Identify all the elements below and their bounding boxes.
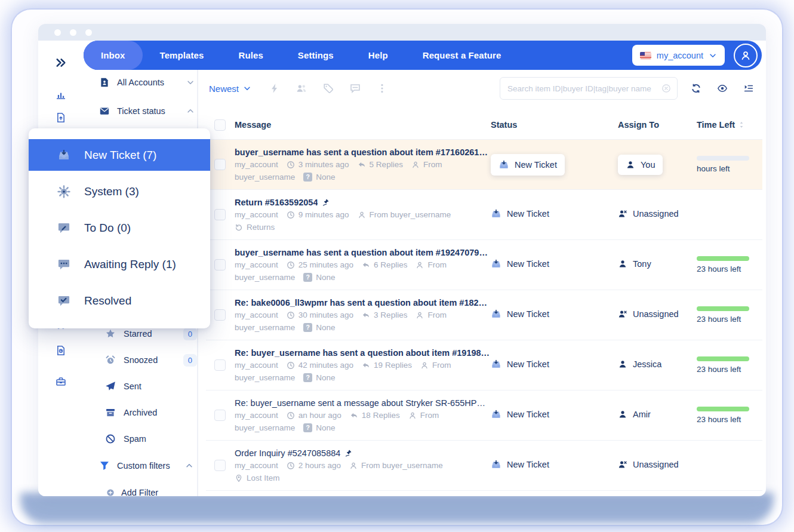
row-checkbox[interactable]	[214, 410, 226, 421]
row-checkbox[interactable]	[214, 309, 226, 321]
folder-label: Spam	[124, 434, 146, 444]
meta-text: buyer_username	[235, 271, 295, 284]
meta-line-1: my_account2 hours agoFrom buyer_username	[235, 459, 491, 472]
search-input[interactable]	[506, 84, 658, 94]
pin-icon	[235, 474, 243, 482]
assignee-button[interactable]: Jessica	[618, 359, 661, 369]
meta-text: None	[316, 171, 335, 183]
window-dot[interactable]	[54, 29, 61, 36]
tab-rules[interactable]: Rules	[221, 41, 280, 70]
ticket-row[interactable]: buyer_username has sent a question about…	[206, 139, 762, 189]
time-left-cell: 23 hours left	[697, 256, 762, 273]
assignee-button[interactable]: Amir	[618, 410, 651, 419]
account-selector[interactable]: my_account	[632, 45, 725, 66]
kebab-icon[interactable]	[377, 83, 387, 94]
tab-request-a-feature[interactable]: Request a Feature	[405, 41, 519, 70]
meta-segment: 25 minutes ago	[287, 259, 353, 271]
assignee-button[interactable]: Unassigned	[618, 209, 679, 219]
people-icon[interactable]	[296, 83, 307, 94]
indent-icon[interactable]	[743, 83, 754, 94]
tab-help[interactable]: Help	[351, 41, 405, 70]
avatar[interactable]	[734, 44, 758, 67]
status-menu-item-to-do-0[interactable]: To Do (0)	[29, 212, 210, 244]
status-menu-item-new-ticket-7[interactable]: New Ticket (7)	[29, 139, 210, 171]
status-button[interactable]: New Ticket	[491, 409, 549, 420]
ticket-row[interactable]: buyer_username has sent a question about…	[206, 239, 762, 290]
clear-search-icon[interactable]	[661, 84, 671, 93]
tag-icon[interactable]	[323, 83, 334, 94]
select-all-checkbox[interactable]	[214, 119, 226, 131]
status-button[interactable]: New Ticket	[491, 359, 549, 370]
tab-settings[interactable]: Settings	[281, 41, 351, 70]
window-dot[interactable]	[85, 29, 92, 36]
status-menu-item-awaiting-reply-1[interactable]: Awaiting Reply (1)	[29, 248, 210, 280]
sort-dropdown[interactable]: Newest	[209, 84, 251, 94]
sidebar-item-sent[interactable]: Sent	[84, 373, 197, 399]
bar-chart-icon[interactable]	[56, 90, 66, 100]
table-tail	[206, 490, 762, 496]
add-filter-button[interactable]: Add Filter	[84, 479, 197, 496]
ticket-row[interactable]: Re: bake0006_ll3wpmr has sent a question…	[206, 290, 762, 340]
sidebar-item-snoozed[interactable]: Snoozed0	[84, 347, 197, 373]
assign-cell: You	[618, 155, 697, 175]
row-checkbox[interactable]	[214, 259, 226, 270]
ticket-row[interactable]: Re: buyer_username sent a message about …	[206, 390, 762, 440]
toolbox-icon[interactable]	[56, 376, 66, 387]
ticket-title-text: Re: bake0006_ll3wpmr has sent a question…	[235, 297, 491, 309]
question-badge-icon: ?	[303, 373, 312, 382]
ticket-row[interactable]: Order Inquiry #5247085884my_account2 hou…	[206, 440, 762, 490]
tab-templates[interactable]: Templates	[143, 41, 221, 70]
meta-line-2: buyer_username?None	[235, 371, 491, 384]
status-button[interactable]: New Ticket	[491, 154, 565, 176]
tab-inbox[interactable]: Inbox	[84, 41, 143, 70]
sidebar-item-all-accounts[interactable]: All Accounts	[84, 77, 195, 88]
bubble-check-icon	[57, 294, 70, 307]
status-button[interactable]: New Ticket	[491, 459, 549, 470]
sort-arrows-icon	[737, 121, 746, 129]
sidebar-item-ticket-status[interactable]: Ticket status	[84, 106, 195, 116]
file-report-icon[interactable]	[56, 345, 66, 356]
meta-segment: ?None	[303, 422, 335, 434]
person-filled-icon	[618, 359, 627, 369]
lightning-icon[interactable]	[269, 83, 280, 94]
inbox-icon	[491, 359, 501, 370]
assignee-button[interactable]: Unassigned	[618, 460, 679, 469]
meta-line-1: my_accountan hour ago18 RepliesFrom	[235, 409, 491, 422]
chat-icon[interactable]	[350, 83, 361, 94]
ticket-row[interactable]: Return #5163592054my_account9 minutes ag…	[206, 189, 762, 239]
assignee-button[interactable]: Unassigned	[618, 309, 679, 319]
status-button[interactable]: New Ticket	[491, 259, 549, 269]
sidebar-item-archived[interactable]: Archived	[84, 399, 197, 426]
window-dot[interactable]	[70, 29, 76, 36]
status-menu-item-resolved[interactable]: Resolved	[29, 285, 210, 316]
file-export-icon[interactable]	[56, 112, 66, 123]
meta-text: Lost Item	[247, 472, 280, 484]
status-button[interactable]: New Ticket	[491, 208, 549, 219]
time-left-label: hours left	[697, 164, 730, 173]
ticket-title-text: buyer_username has sent a question about…	[235, 247, 491, 259]
sidebar-item-custom-filters[interactable]: Custom filters	[84, 452, 197, 479]
message-cell: Order Inquiry #5247085884my_account2 hou…	[235, 441, 491, 484]
person-filled-icon	[618, 259, 627, 269]
status-menu-item-system-3[interactable]: System (3)	[29, 176, 210, 207]
ticket-row[interactable]: Re: buyer_username has sent a question a…	[206, 340, 762, 390]
row-checkbox[interactable]	[214, 460, 226, 471]
eye-icon[interactable]	[717, 83, 728, 94]
assignee-button[interactable]: Tony	[618, 259, 651, 269]
double-chevron-icon[interactable]	[55, 57, 67, 69]
sidebar-item-spam[interactable]: Spam	[84, 426, 197, 452]
refresh-icon[interactable]	[691, 83, 701, 94]
row-checkbox[interactable]	[214, 209, 226, 220]
inbox-icon	[498, 159, 509, 170]
meta-segment: 5 Replies	[358, 158, 403, 171]
row-checkbox[interactable]	[214, 159, 226, 170]
ticket-title: Order Inquiry #5247085884	[235, 447, 491, 459]
meta-segment: From	[416, 309, 447, 321]
status-button[interactable]: New Ticket	[491, 309, 549, 319]
assignee-button[interactable]: You	[618, 155, 663, 175]
row-checkbox[interactable]	[214, 359, 226, 371]
table-body: buyer_username has sent a question about…	[206, 139, 762, 496]
folder-label: Archived	[124, 408, 157, 417]
meta-line-1: my_account3 minutes ago5 RepliesFrom	[235, 158, 491, 171]
header-time-left[interactable]: Time Left	[697, 120, 762, 130]
